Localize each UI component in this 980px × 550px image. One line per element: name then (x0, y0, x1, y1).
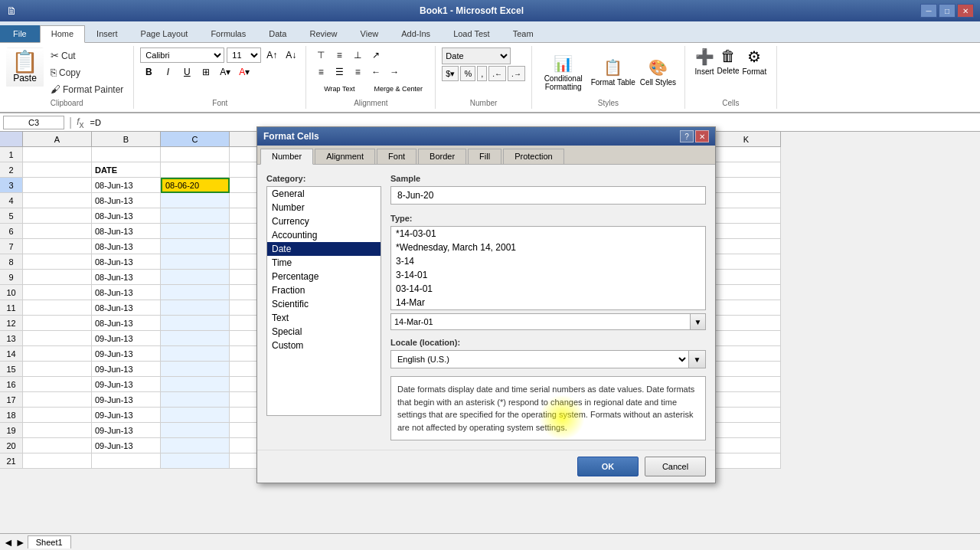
corner-header (0, 132, 23, 147)
cut-button[interactable]: ✂ Cut (47, 47, 127, 64)
dialog-tab-number[interactable]: Number (260, 149, 313, 165)
category-list[interactable]: General Number Currency Accounting Date … (266, 186, 381, 416)
cell-c3[interactable]: 08-06-20 (161, 178, 230, 193)
bold-button[interactable]: B (140, 64, 157, 80)
sample-value: 8-Jun-20 (390, 186, 706, 205)
cell-c1[interactable] (161, 147, 230, 162)
restore-button[interactable]: □ (939, 4, 956, 18)
cell-b2[interactable]: DATE (92, 162, 161, 178)
dialog-tab-protection[interactable]: Protection (503, 149, 564, 164)
tab-team[interactable]: Team (501, 25, 545, 42)
tab-add-ins[interactable]: Add-Ins (390, 25, 442, 42)
underline-button[interactable]: U (178, 64, 195, 80)
increase-font-button[interactable]: A↑ (263, 47, 280, 63)
comma-button[interactable]: , (477, 66, 487, 81)
list-item[interactable]: *14-03-01 (391, 227, 705, 241)
list-item[interactable]: 03-14-01 (391, 282, 705, 296)
dialog-tab-alignment[interactable]: Alignment (315, 149, 375, 164)
list-item[interactable]: Percentage (267, 270, 381, 283)
accounting-format-button[interactable]: $▾ (442, 66, 459, 81)
cell-a3[interactable] (23, 178, 92, 193)
minimize-button[interactable]: ─ (920, 4, 937, 18)
tab-file[interactable]: File (0, 25, 40, 42)
list-item[interactable]: Number (267, 201, 381, 214)
format-table-label: Format Table (591, 78, 635, 87)
font-color-button[interactable]: A▾ (236, 64, 253, 80)
dialog-close-button[interactable]: ✕ (695, 130, 709, 142)
dialog-footer: OK Cancel (257, 450, 715, 483)
sheet-tab-sheet1[interactable]: Sheet1 (28, 535, 71, 548)
dialog-tab-fill[interactable]: Fill (468, 149, 501, 164)
type-list[interactable]: *14-03-01 *Wednesday, March 14, 2001 3-1… (390, 226, 706, 310)
dialog-tab-border[interactable]: Border (418, 149, 466, 164)
sheet-nav-button[interactable]: ► (15, 536, 26, 548)
type-dropdown-button[interactable]: ▼ (691, 313, 706, 330)
list-item[interactable]: Date (267, 242, 381, 256)
increase-decimal-button[interactable]: .→ (508, 66, 525, 81)
number-format-select[interactable]: Date (442, 47, 511, 64)
list-item[interactable]: Special (267, 325, 381, 339)
increase-indent-button[interactable]: → (386, 64, 403, 80)
cell-k2[interactable] (712, 162, 781, 178)
sheet-nav-button[interactable]: ◄ (3, 536, 14, 548)
list-item[interactable]: 3-14 (391, 254, 705, 268)
orientation-button[interactable]: ↗ (368, 47, 384, 63)
tab-data[interactable]: Data (257, 25, 298, 42)
cell-a2[interactable] (23, 162, 92, 178)
align-center-button[interactable]: ☰ (331, 64, 348, 80)
list-item[interactable]: *Wednesday, March 14, 2001 (391, 241, 705, 254)
decrease-font-button[interactable]: A↓ (283, 47, 299, 63)
italic-button[interactable]: I (159, 64, 176, 80)
list-item[interactable]: Scientific (267, 297, 381, 311)
paste-button[interactable]: 📋 Paste (6, 47, 44, 87)
tab-insert[interactable]: Insert (85, 25, 129, 42)
merge-center-button[interactable]: Merge & Center (368, 81, 429, 97)
percent-button[interactable]: % (460, 66, 475, 81)
list-item[interactable]: Text (267, 311, 381, 325)
align-right-button[interactable]: ≡ (349, 64, 366, 80)
ok-button[interactable]: OK (577, 457, 639, 476)
fill-color-button[interactable]: A▾ (217, 64, 234, 80)
align-left-button[interactable]: ≡ (312, 64, 329, 80)
type-input-field[interactable] (390, 313, 691, 330)
font-name-select[interactable]: Calibri (140, 47, 224, 63)
cell-k3[interactable] (712, 178, 781, 193)
cell-b3[interactable]: 08-Jun-13 (92, 178, 161, 193)
align-top-button[interactable]: ⊤ (312, 47, 329, 63)
list-item[interactable]: Time (267, 256, 381, 270)
cancel-button[interactable]: Cancel (645, 457, 706, 476)
dialog-tab-font[interactable]: Font (377, 149, 416, 164)
tab-view[interactable]: View (349, 25, 390, 42)
font-size-select[interactable]: 11 (227, 47, 261, 63)
decrease-indent-button[interactable]: ← (368, 64, 384, 80)
tab-load-test[interactable]: Load Test (442, 25, 501, 42)
list-item[interactable]: Currency (267, 214, 381, 228)
name-box[interactable] (3, 116, 64, 129)
tab-formulas[interactable]: Formulas (199, 25, 257, 42)
dialog-help-button[interactable]: ? (680, 130, 694, 142)
locale-select[interactable]: English (U.S.) (390, 350, 689, 368)
list-item[interactable]: Accounting (267, 228, 381, 242)
cell-b1[interactable] (92, 147, 161, 162)
wrap-text-button[interactable]: Wrap Text (312, 81, 366, 97)
tab-home[interactable]: Home (40, 25, 85, 43)
list-item[interactable]: 3-14-01 (391, 268, 705, 282)
format-painter-button[interactable]: 🖌 Format Painter (47, 81, 127, 97)
list-item[interactable]: Fraction (267, 283, 381, 297)
decrease-decimal-button[interactable]: .← (488, 66, 506, 81)
list-item[interactable]: General (267, 187, 381, 201)
border-button[interactable]: ⊞ (198, 64, 214, 80)
locale-dropdown-button[interactable]: ▼ (689, 350, 706, 368)
cell-c2[interactable] (161, 162, 230, 178)
list-item[interactable]: Custom (267, 339, 381, 352)
cell-a1[interactable] (23, 147, 92, 162)
list-item[interactable]: 14-Mar (391, 296, 705, 309)
tab-review[interactable]: Review (298, 25, 348, 42)
align-middle-button[interactable]: ≡ (331, 47, 348, 63)
close-button[interactable]: ✕ (957, 4, 974, 18)
cell-k1[interactable] (712, 147, 781, 162)
align-bottom-button[interactable]: ⊥ (349, 47, 366, 63)
copy-button[interactable]: ⎘ Copy (47, 64, 127, 80)
tab-page-layout[interactable]: Page Layout (129, 25, 200, 42)
conditional-formatting-label: Conditional Formatting (541, 74, 586, 91)
